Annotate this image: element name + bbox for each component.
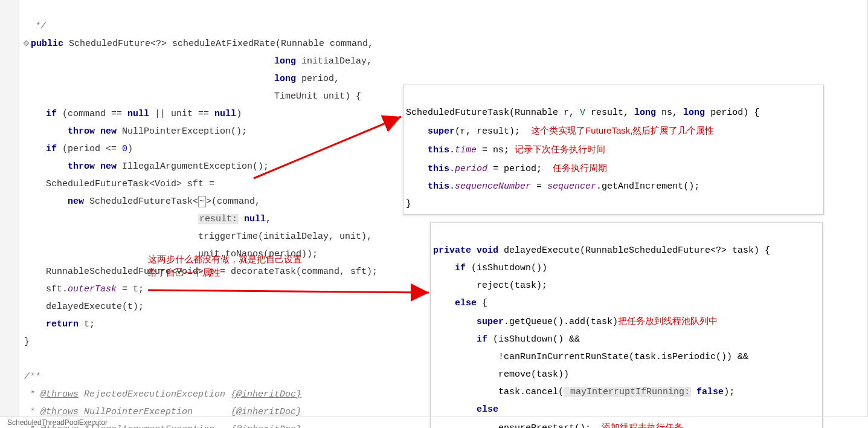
pad [433, 298, 455, 308]
gutter [0, 0, 19, 417]
b2-sig: delayedExecute(RunnableScheduledFuture<?… [498, 245, 770, 256]
cond2b: ) [127, 144, 133, 154]
kw-this: this [428, 145, 449, 155]
pad [433, 334, 477, 345]
kw-if: if [46, 144, 57, 154]
kw-public: public [31, 39, 63, 49]
eq: = [531, 181, 547, 192]
excl2: IllegalArgumentException(); [117, 161, 269, 172]
c2: || unit == [149, 109, 214, 119]
kw-if: if [46, 109, 57, 119]
kw-null: null [127, 109, 149, 119]
kw-long: long [274, 74, 296, 84]
b1-super: (r, result); [455, 126, 520, 137]
field-seqnum: sequenceNumber [455, 181, 531, 192]
asgn1a: sft. [24, 284, 68, 294]
field-period: period [455, 164, 487, 174]
call-delayed: delayedExecute(t); [24, 302, 144, 312]
jd3d: {@inheritDoc} [231, 424, 301, 428]
dot: . [449, 145, 455, 155]
pad [24, 196, 68, 207]
pad [406, 181, 428, 192]
param-hint: result: [198, 214, 239, 224]
jd2a: * [24, 407, 40, 417]
kw-if: if [455, 263, 466, 273]
dot: . [449, 164, 455, 174]
method-icon [24, 41, 30, 47]
pad [24, 56, 274, 66]
annot-a3: 任务执行周期 [553, 163, 607, 173]
p2: initialDelay, [296, 56, 372, 66]
ctor2: >(command, [206, 196, 260, 207]
b2-rej: reject(task); [433, 280, 547, 291]
pad [24, 144, 46, 154]
b2-add: .getQueue().add(task) [504, 317, 618, 327]
b2-c3: !canRunInCurrentRunState(task.isPeriodic… [433, 352, 748, 362]
close-brace: } [24, 337, 30, 347]
pad [406, 164, 428, 174]
pad [406, 126, 428, 137]
b1-p2: = period; [487, 164, 542, 174]
p3: period, [296, 74, 339, 84]
jd1b: @throws [40, 389, 79, 400]
annot-a4a: 这两步什么都没有做，就是把自己设置 [148, 254, 302, 264]
field-outerTask: outerTask [68, 284, 117, 294]
sp [239, 214, 244, 224]
b1-close: } [406, 199, 411, 209]
jd2d: {@inheritDoc} [231, 407, 301, 417]
code-box-scheduledfuturetask: ScheduledFutureTask(Runnable r, V result… [403, 85, 824, 215]
param-hint2: mayInterruptIfRunning: [564, 387, 691, 397]
kw-long: long [683, 108, 705, 118]
kw-else: else [477, 404, 498, 415]
annot-a6: 添加线程去执行任务 [602, 422, 683, 428]
pad [24, 109, 46, 119]
kw-null: null [214, 109, 236, 119]
gray-text: */ [24, 21, 46, 31]
annot-a1: 这个类实现了FutureTask,然后扩展了几个属性 [531, 125, 714, 135]
diamond-hint: ~ [198, 196, 206, 207]
kw-super: super [428, 126, 455, 137]
dot: . [449, 181, 455, 192]
c1: (command == [57, 109, 127, 119]
kw-private-void: private void [433, 245, 498, 256]
pad [24, 319, 46, 329]
kw-this: this [428, 164, 449, 174]
file-tab[interactable]: ScheduledThreadPoolExecutor [2, 417, 112, 428]
code-box-delayedexecute: private void delayedExecute(RunnableSche… [430, 222, 823, 428]
kw-super: super [477, 317, 504, 327]
excl1: NullPointerException(); [117, 126, 247, 137]
arg3: triggerTime(initialDelay, unit), [24, 232, 372, 242]
pad [433, 317, 477, 327]
annotation-two-steps: 这两步什么都没有做，就是把自己设置 给了自己一个属性 [148, 253, 302, 279]
field-time: time [455, 145, 477, 155]
b2-c2: (isShutdown() && [487, 334, 580, 345]
kw-if: if [477, 334, 487, 345]
jd1c: RejectedExecutionException [79, 389, 231, 400]
kw-else: else [455, 298, 477, 308]
lit0: 0 [122, 144, 127, 154]
kw-return: return [46, 319, 79, 329]
jd1a: * [24, 389, 40, 400]
bottom-divider [0, 417, 868, 417]
ret: t; [79, 319, 95, 329]
ctor: ScheduledFutureTask< [84, 196, 198, 207]
b1-t2: = ns; [477, 145, 509, 155]
b1-s3: ns, [656, 108, 683, 118]
comma: , [266, 214, 271, 224]
p4: TimeUnit unit) { [24, 91, 361, 102]
cond2a: (period <= [57, 144, 122, 154]
pad [406, 145, 428, 155]
main-code: */ public ScheduledFuture<?> scheduleAtF… [24, 0, 423, 428]
jd1d: {@inheritDoc} [231, 389, 301, 400]
asgn1b: = t; [117, 284, 144, 294]
annot-a2: 记录下次任务执行时间 [515, 144, 605, 154]
field-sequencer: sequencer [547, 181, 596, 192]
decl1: ScheduledFutureTask<Void> sft = [24, 179, 214, 189]
b1-tv: V [580, 108, 585, 118]
kw-long: long [634, 108, 656, 118]
kw-throw-new: throw new [68, 126, 117, 137]
b2-c4: remove(task)) [433, 369, 569, 380]
annot-a4b: 给了自己一个属性 [148, 267, 220, 277]
b1-s2: result, [585, 108, 634, 118]
annot-a5: 把任务放到线程池队列中 [618, 316, 718, 326]
